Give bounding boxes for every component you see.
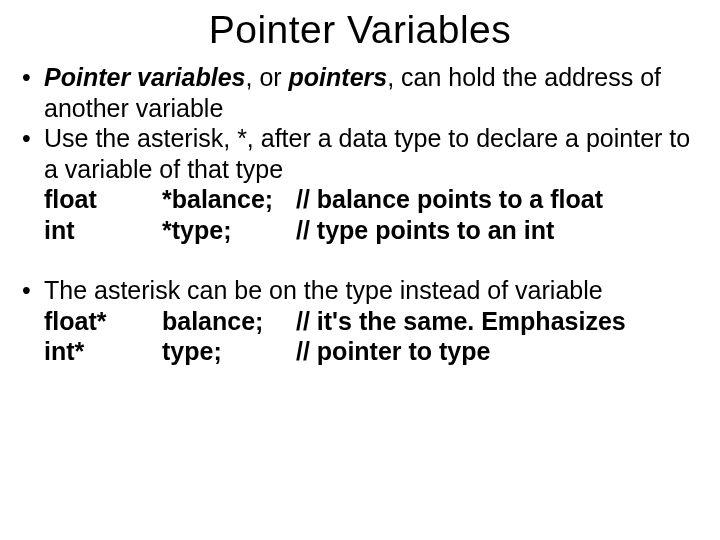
code-comment: // type points to an int <box>296 215 702 246</box>
term-pointers: pointers <box>289 63 388 91</box>
bullet-1: Pointer variables, or pointers, can hold… <box>18 62 702 123</box>
code-comment: // balance points to a float <box>296 184 702 215</box>
bullet-3: The asterisk can be on the type instead … <box>18 275 702 306</box>
code-comment: // pointer to type <box>296 336 702 367</box>
code-example-2: float* balance; // it's the same. Emphas… <box>18 306 702 367</box>
bullet-group-1: Pointer variables, or pointers, can hold… <box>18 62 702 245</box>
code-example-1: float *balance; // balance points to a f… <box>18 184 702 245</box>
code-type: int <box>44 215 162 246</box>
code-var: *balance; <box>162 184 296 215</box>
code-var: type; <box>162 336 296 367</box>
text-frag: , or <box>245 63 288 91</box>
code-type: float <box>44 184 162 215</box>
code-var: *type; <box>162 215 296 246</box>
code-row: int* type; // pointer to type <box>44 336 702 367</box>
bullet-group-2: The asterisk can be on the type instead … <box>18 275 702 367</box>
bullet-2: Use the asterisk, *, after a data type t… <box>18 123 702 184</box>
code-row: int *type; // type points to an int <box>44 215 702 246</box>
slide-title: Pointer Variables <box>18 8 702 52</box>
term-pointer-variables: Pointer variables <box>44 63 245 91</box>
code-type: int* <box>44 336 162 367</box>
slide-body: Pointer variables, or pointers, can hold… <box>18 62 702 367</box>
code-var: balance; <box>162 306 296 337</box>
code-type: float* <box>44 306 162 337</box>
code-comment: // it's the same. Emphasizes <box>296 306 702 337</box>
code-row: float* balance; // it's the same. Emphas… <box>44 306 702 337</box>
code-row: float *balance; // balance points to a f… <box>44 184 702 215</box>
